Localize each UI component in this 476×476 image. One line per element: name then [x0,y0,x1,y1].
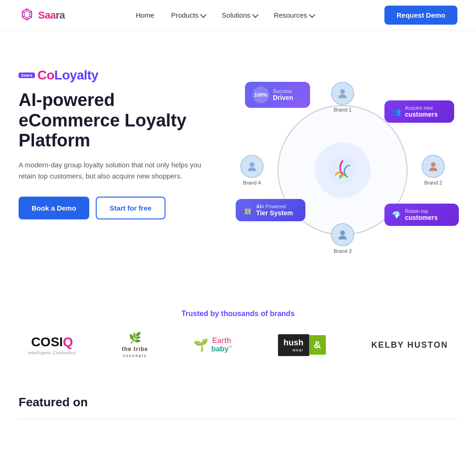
featured-section: Featured on [0,377,476,429]
logo-cosiq: COSIQ Intelligent Cosmetics [28,335,76,355]
hero-diagram: Brand 1 Brand 2 Brand 3 [228,59,457,282]
badge-retain: 💎 Retain top customers [384,204,459,226]
people-icon: 👥 [392,107,401,116]
hero-description: A modern-day group loyalty solution that… [19,159,205,182]
hero-buttons: Book a Demo Start for free [19,197,218,219]
center-hands-icon [315,142,370,198]
trusted-title: Trusted by thousands of brands [19,310,457,318]
logo-kelbyhuston: KELBY HUSTON [371,340,448,350]
svg-point-11 [340,231,345,235]
brand-logos: COSIQ Intelligent Cosmetics 🌿 the tribe … [19,332,457,358]
trusted-section: Trusted by thousands of brands COSIQ Int… [0,300,476,377]
saara-logo-icon [19,7,35,24]
hero-heading: AI-powered eCommerce Loyalty Platform [19,90,218,151]
brand-tag: Saara CoLoyalty [19,68,218,83]
badge-ai: 🤖 AI≡ Powered Tier System [236,199,305,221]
start-free-button[interactable]: Start for free [96,197,165,219]
hero-left: Saara CoLoyalty AI-powered eCommerce Loy… [19,59,218,219]
nav-item-home[interactable]: Home [136,11,154,19]
chevron-down-icon [200,11,206,18]
diamond-icon: 💎 [392,211,401,219]
svg-point-12 [250,162,254,167]
chevron-down-icon [252,11,258,18]
brand-node-2: Brand 2 [422,155,445,185]
coloyalty-title: CoLoyalty [38,68,99,83]
request-demo-button[interactable]: Request Demo [384,6,457,25]
logo-earthbaby: 🌱 Earth baby™ [193,337,232,353]
diagram-container: Brand 1 Brand 2 Brand 3 [231,73,454,268]
brand-node-1: Brand 1 [331,82,354,112]
badge-success: 100% Success Driven [245,82,310,108]
nav-item-resources[interactable]: Resources [274,11,314,19]
featured-divider [19,419,457,419]
brand-node-3: Brand 3 [331,223,354,254]
chevron-down-icon [309,11,315,18]
logo-hushwear: hush wear & [278,334,326,356]
svg-point-9 [340,89,345,94]
book-demo-button[interactable]: Book a Demo [19,197,89,219]
logo[interactable]: Saara [19,7,65,24]
navbar: Saara Home Products Solutions Resources … [0,0,476,31]
nav-item-solutions[interactable]: Solutions [222,11,257,19]
svg-marker-1 [24,11,30,18]
ai-icon: 🤖 [243,206,252,215]
nav-item-products[interactable]: Products [171,11,205,19]
brand-node-4: Brand 4 [240,155,264,185]
nav-links: Home Products Solutions Resources [136,11,314,19]
featured-title: Featured on [19,395,457,410]
brand-badge: Saara [19,73,35,78]
badge-acquire: 👥 Acquire new customers [384,100,454,123]
logo-tribe: 🌿 the tribe concepts [122,332,148,358]
hero-section: Saara CoLoyalty AI-powered eCommerce Loy… [0,31,476,300]
svg-point-10 [431,162,436,167]
